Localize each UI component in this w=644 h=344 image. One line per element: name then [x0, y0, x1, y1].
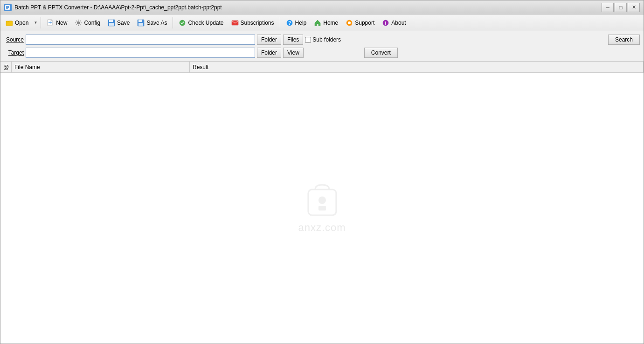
watermark-text: anxz.com: [298, 222, 346, 234]
svg-point-8: [77, 21, 80, 24]
separator-1: [41, 17, 41, 28]
source-row: Source Folder Files Sub folders Search: [4, 34, 640, 45]
check-update-icon: [179, 19, 186, 27]
minimize-button[interactable]: ─: [602, 3, 614, 12]
main-window: Batch PPT & PPTX Converter - D:\AAAAA\Pp…: [0, 0, 644, 344]
title-bar-buttons: ─ □ ✕: [602, 3, 640, 12]
svg-rect-3: [6, 8, 8, 9]
source-label: Source: [4, 36, 24, 43]
about-label: About: [391, 20, 406, 26]
maximize-button[interactable]: □: [615, 3, 627, 12]
separator-3: [280, 17, 280, 28]
source-files-button[interactable]: Files: [283, 35, 303, 45]
window-title: Batch PPT & PPTX Converter - D:\AAAAA\Pp…: [14, 4, 222, 11]
save-as-button[interactable]: Save As: [134, 16, 170, 29]
support-button[interactable]: Support: [342, 16, 378, 29]
svg-rect-10: [109, 20, 113, 22]
watermark: anxz.com: [298, 183, 346, 234]
subscriptions-button[interactable]: Subscriptions: [228, 16, 277, 29]
support-icon: [346, 19, 353, 27]
target-label: Target: [4, 49, 24, 56]
new-button[interactable]: New: [43, 16, 70, 29]
search-button[interactable]: Search: [608, 35, 640, 45]
svg-text:?: ?: [288, 21, 291, 26]
toolbar: Open ▼ New Config: [0, 14, 644, 31]
target-folder-button[interactable]: Folder: [257, 48, 281, 58]
help-label: Help: [295, 20, 307, 26]
target-row: Target Folder View Convert: [4, 47, 640, 58]
subfolders-checkbox[interactable]: [305, 37, 311, 43]
help-button[interactable]: ? Help: [283, 16, 310, 29]
table-body: anxz.com: [0, 73, 644, 344]
config-label: Config: [84, 20, 100, 26]
svg-rect-11: [109, 23, 114, 26]
open-button[interactable]: Open: [2, 16, 32, 29]
title-bar-left: Batch PPT & PPTX Converter - D:\AAAAA\Pp…: [4, 4, 222, 11]
svg-rect-1: [6, 6, 9, 7]
save-label: Save: [117, 20, 130, 26]
convert-button[interactable]: Convert: [364, 48, 398, 58]
home-label: Home: [323, 20, 338, 26]
home-icon: [314, 19, 321, 27]
svg-rect-2: [6, 7, 9, 8]
source-folder-button[interactable]: Folder: [257, 35, 281, 45]
open-label: Open: [15, 20, 28, 26]
about-icon: i: [382, 19, 389, 27]
close-button[interactable]: ✕: [628, 3, 640, 12]
table-header: @ File Name Result: [0, 62, 644, 73]
help-icon: ?: [286, 19, 293, 27]
source-input[interactable]: [26, 35, 255, 45]
svg-rect-14: [138, 23, 143, 26]
svg-point-20: [348, 21, 351, 24]
support-label: Support: [355, 20, 374, 26]
form-area: Source Folder Files Sub folders Search T…: [0, 31, 644, 62]
new-label: New: [56, 20, 67, 26]
open-dropdown-btn[interactable]: ▼: [33, 16, 38, 29]
open-icon: [6, 19, 13, 27]
col-header-at: @: [0, 62, 12, 72]
app-icon: [4, 4, 12, 11]
col-header-result: Result: [190, 62, 644, 72]
home-button[interactable]: Home: [311, 16, 341, 29]
save-icon: [108, 19, 115, 27]
new-icon: [47, 19, 54, 27]
svg-rect-4: [6, 21, 13, 26]
svg-rect-26: [319, 206, 326, 211]
separator-2: [173, 17, 173, 28]
save-button[interactable]: Save: [104, 16, 133, 29]
svg-text:i: i: [385, 21, 387, 26]
about-button[interactable]: i About: [379, 16, 409, 29]
target-view-button[interactable]: View: [283, 48, 304, 58]
col-header-filename: File Name: [12, 62, 190, 72]
subscriptions-label: Subscriptions: [241, 20, 274, 26]
title-bar: Batch PPT & PPTX Converter - D:\AAAAA\Pp…: [0, 0, 644, 14]
save-as-label: Save As: [146, 20, 167, 26]
svg-rect-13: [138, 20, 142, 22]
check-update-label: Check Update: [188, 20, 223, 26]
check-update-button[interactable]: Check Update: [175, 16, 227, 29]
table-area: @ File Name Result anxz.com: [0, 62, 644, 344]
subfolders-label: Sub folders: [305, 36, 341, 43]
save-as-icon: [137, 19, 145, 27]
config-button[interactable]: Config: [71, 16, 104, 29]
target-input[interactable]: [26, 48, 255, 58]
config-icon: [75, 19, 82, 27]
svg-point-25: [319, 197, 326, 204]
subscriptions-icon: [231, 19, 239, 27]
